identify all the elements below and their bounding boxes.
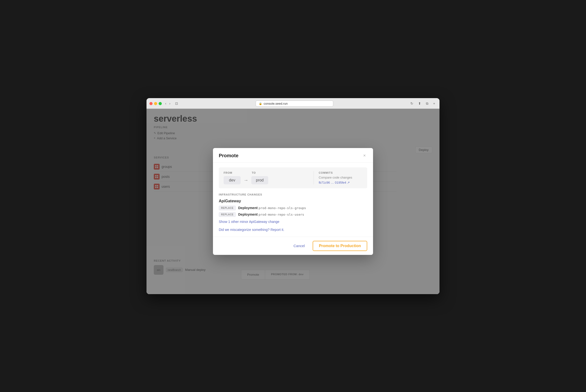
sidebar-toggle-button[interactable]: ⊡ [174,101,179,106]
infra-section-title: INFRASTRUCTURE CHANGES [219,193,367,196]
commits-description: Compare code changes [319,176,362,179]
url-text: console.seed.run [264,102,288,106]
from-to-left: FROM TO dev → prod [224,171,309,184]
api-gateway-title: ApiGateway [219,199,367,203]
browser-actions: ⬆ ⧉ + [417,101,437,106]
traffic-lights [149,102,162,105]
change-row-1: REPLACE Deployment prod-mono-repo-sls-us… [219,212,367,217]
modal-footer: Cancel Promote to Production [213,237,373,255]
miscategorize-container: Did we miscategorize something? Report i… [219,228,367,232]
from-env-badge: dev [224,176,241,184]
change-text-1: Deployment prod-mono-repo-sls-users [238,212,304,216]
change-type-1: Deployment [238,212,257,216]
browser-content: serverless PIPELINE ✎ Edit Pipeline + Ad… [147,109,439,294]
replace-badge-0: REPLACE [219,206,236,210]
modal-body: FROM TO dev → prod COMMITS [213,162,373,237]
new-tab-button[interactable]: ⧉ [424,101,430,106]
add-tab-button[interactable]: + [432,101,437,106]
change-text-0: Deployment prod-mono-repo-sls-groups [238,206,306,210]
infra-section: INFRASTRUCTURE CHANGES ApiGateway REPLAC… [219,193,367,232]
vertical-divider [314,171,314,184]
browser-chrome: ‹ › ⊡ 🔒 console.seed.run ↻ ⬆ ⧉ + [147,98,439,109]
cancel-button[interactable]: Cancel [289,242,309,250]
modal-title: Promote [219,153,238,158]
change-name-1: prod-mono-repo-sls-users [258,213,304,216]
browser-window: ‹ › ⊡ 🔒 console.seed.run ↻ ⬆ ⧉ + serverl… [147,98,439,294]
miscategorize-link[interactable]: Did we miscategorize something? Report i… [219,228,284,232]
arrow-right-icon: → [243,177,248,183]
lock-icon: 🔒 [259,102,262,105]
reload-button[interactable]: ↻ [409,101,414,106]
modal-header: Promote × [213,148,373,162]
change-row-0: REPLACE Deployment prod-mono-repo-sls-gr… [219,206,367,210]
back-button[interactable]: ‹ [164,101,167,106]
minor-link-container: Show 1 other minor ApiGateway change [219,219,367,228]
minimize-traffic-light[interactable] [154,102,157,105]
address-input-display[interactable]: 🔒 console.seed.run [256,100,333,106]
close-traffic-light[interactable] [149,102,153,105]
commits-section: COMMITS Compare code changes fb71c96 … 0… [319,171,362,184]
nav-buttons: ‹ › [164,101,171,106]
to-label: TO [252,171,256,174]
minor-changes-link[interactable]: Show 1 other minor ApiGateway change [219,220,279,224]
from-label: FROM [224,171,232,174]
fullscreen-traffic-light[interactable] [159,102,162,105]
change-type-0: Deployment [238,206,257,210]
to-env-badge: prod [251,176,268,184]
promote-to-production-button[interactable]: Promote to Production [313,241,367,251]
replace-badge-1: REPLACE [219,212,236,217]
forward-button[interactable]: › [168,101,171,106]
commits-link[interactable]: fb71c96 … 0195fe4 ↗ [319,181,362,184]
address-bar: 🔒 console.seed.run [182,100,407,106]
promote-modal: Promote × FROM TO dev [213,148,373,255]
from-to-section: FROM TO dev → prod COMMITS [219,168,367,188]
external-link-icon: ↗ [347,181,350,184]
modal-close-button[interactable]: × [362,153,367,158]
commits-label: COMMITS [319,171,362,174]
from-to-environments: dev → prod [224,176,309,184]
modal-overlay: Promote × FROM TO dev [147,109,439,294]
change-name-0: prod-mono-repo-sls-groups [258,206,306,210]
share-button[interactable]: ⬆ [417,101,423,106]
